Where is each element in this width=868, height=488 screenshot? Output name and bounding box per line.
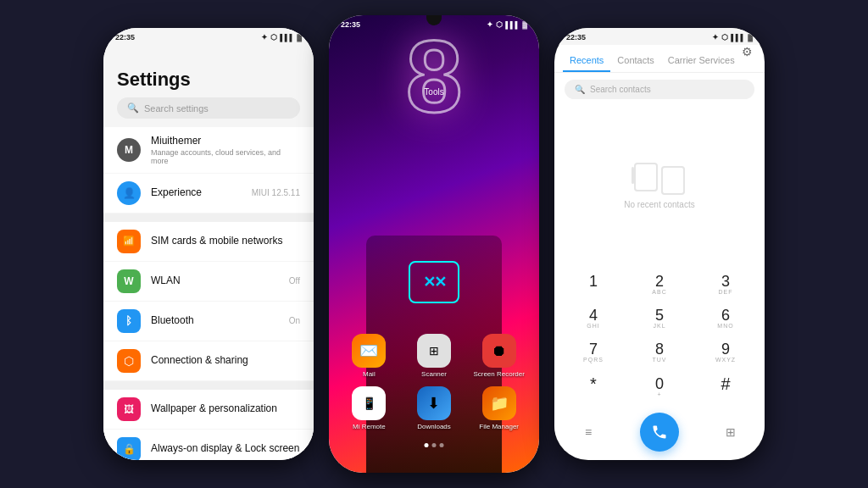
no-contacts-label: No recent contacts [624,200,694,209]
settings-icon[interactable]: ⚙ [742,45,753,58]
settings-item-miuithemer[interactable]: M Miuithemer Manage accounts, cloud serv… [103,127,314,173]
settings-screen: 22:35 ✦ ⬡ ▌▌▌ ▓ Settings 🔍 Search settin… [103,28,314,460]
experience-label: Experience [151,186,242,200]
bluetooth-label: Bluetooth [151,314,279,328]
settings-item-experience[interactable]: 👤 Experience MIUI 12.5.11 [103,174,314,213]
key-7[interactable]: 7 PQRS [561,336,626,369]
settings-item-bluetooth[interactable]: ᛒ Bluetooth On [103,302,314,341]
settings-item-alwayson[interactable]: 🔒 Always-on display & Lock screen [103,430,314,460]
app-downloads[interactable]: ⬇ Downloads [406,386,463,430]
key-star[interactable]: * [561,370,626,404]
wlan-value: Off [289,276,300,286]
connection-label: Connection & sharing [151,354,300,368]
sim-label: SIM cards & mobile networks [151,235,300,248]
status-time: 22:35 [115,33,135,42]
tools-folder[interactable]: Tools [424,87,443,100]
miuithemer-sub: Manage accounts, cloud services, and mor… [151,148,300,165]
bluetooth-icon: ᛒ [117,309,141,333]
key-hash[interactable]: # [693,370,758,404]
app-files[interactable]: 📁 File Manager [470,386,527,430]
no-recent-contacts: No recent contacts [554,106,765,265]
mask-eyes: ✕✕ [423,273,445,291]
phone-call-icon [651,424,668,441]
wifi-icon: ⬡ [496,20,503,29]
key-3[interactable]: 3 DEF [693,269,758,301]
page-indicator [425,443,444,447]
key-4[interactable]: 4 GHI [561,302,626,335]
key-2[interactable]: 2 ABC [627,269,692,301]
status-time-dialer: 22:35 [566,33,586,42]
files-label: File Manager [479,423,519,430]
home-screen: 22:35 ✦ ⬡ ▌▌▌ ▓ 8 ✕✕ Too [329,15,539,473]
grid-icon-btn[interactable]: ⊞ [717,419,744,446]
search-contacts-placeholder: Search contacts [590,85,651,94]
search-contacts-icon: 🔍 [575,85,585,94]
scanner-label: Scanner [421,370,447,378]
wallpaper-icon: 🖼 [117,397,141,421]
remote-label: Mi Remote [353,423,386,430]
settings-item-sim[interactable]: 📶 SIM cards & mobile networks [103,222,314,261]
divider-2 [103,381,314,390]
wlan-icon: W [117,269,141,293]
app-remote[interactable]: 📱 Mi Remote [341,386,398,430]
key-8[interactable]: 8 TUV [627,336,692,369]
wifi-icon-status: ⬡ [270,33,277,42]
recorder-label: Screen Recorder [473,370,524,378]
files-icon: 📁 [482,386,516,420]
battery-dialer: ▓ [748,34,753,42]
alwayson-label: Always-on display & Lock screen [151,442,300,456]
remote-icon: 📱 [352,386,386,420]
recorder-icon: ⏺ [482,334,516,368]
downloads-label: Downloads [417,423,451,430]
app-scanner[interactable]: ⊞ Scanner [406,334,463,378]
status-bar-dialer: 22:35 ✦ ⬡ ▌▌▌ ▓ [554,28,765,45]
wallpaper-label: Wallpaper & personalization [151,402,300,416]
contacts-search[interactable]: 🔍 Search contacts [565,80,754,99]
divider-1 [103,214,314,222]
key-6[interactable]: 6 MNO [693,302,758,335]
wlan-text: WLAN [151,274,279,288]
app-recorder[interactable]: ⏺ Screen Recorder [470,334,527,378]
bt-icon: ✦ [487,20,493,29]
alwayson-text: Always-on display & Lock screen [151,442,300,456]
alwayson-icon: 🔒 [117,437,141,460]
signal-icon: ▌▌▌ [280,34,294,42]
folder-label: Tools [424,87,443,97]
signal-home: ▌▌▌ [505,21,520,29]
key-9[interactable]: 9 WXYZ [693,336,758,369]
keypad: 1 2 ABC 3 DEF 4 GHI 5 JKL [554,265,765,408]
search-bar[interactable]: 🔍 Search settings [117,97,300,119]
mail-icon: ✉️ [352,334,386,368]
phone-dialer: 22:35 ✦ ⬡ ▌▌▌ ▓ ⚙ Recents Contacts Carri… [554,28,765,460]
sim-text: SIM cards & mobile networks [151,235,300,248]
phone-settings: 22:35 ✦ ⬡ ▌▌▌ ▓ Settings 🔍 Search settin… [103,28,314,460]
settings-item-wlan[interactable]: W WLAN Off [103,262,314,301]
key-1[interactable]: 1 [561,269,626,301]
app-mail[interactable]: ✉️ Mail [341,334,398,378]
status-icons: ✦ ⬡ ▌▌▌ ▓ [261,33,302,42]
key-5[interactable]: 5 JKL [627,302,692,335]
battery-home: ▓ [522,21,527,29]
bluetooth-value: On [289,316,300,325]
dialpad-icon-btn[interactable]: ≡ [575,419,602,446]
settings-list: M Miuithemer Manage accounts, cloud serv… [103,124,314,460]
bluetooth-icon-status: ✦ [261,33,268,42]
tab-recents[interactable]: Recents [563,48,610,72]
experience-icon: 👤 [117,181,141,205]
call-button[interactable] [640,413,679,452]
tab-contacts[interactable]: Contacts [610,48,660,72]
wallpaper-number: 8 [406,25,463,127]
app-grid: ✉️ Mail ⊞ Scanner ⏺ Screen Recorder 📱 Mi… [329,334,539,430]
key-0[interactable]: 0 + [627,370,692,404]
settings-item-connection[interactable]: ⬡ Connection & sharing [103,341,314,380]
wlan-label: WLAN [151,274,279,288]
search-icon: 🔍 [127,103,139,114]
settings-item-wallpaper[interactable]: 🖼 Wallpaper & personalization [103,390,314,429]
dialer-tab-bar: Recents Contacts Carrier Services [554,45,765,73]
connection-icon: ⬡ [117,349,141,373]
dot-2 [432,443,437,447]
bt-status: ✦ [712,33,719,42]
tab-carrier[interactable]: Carrier Services [661,48,742,72]
status-bar-settings: 22:35 ✦ ⬡ ▌▌▌ ▓ [103,28,314,45]
settings-header: Settings 🔍 Search settings [103,45,314,124]
